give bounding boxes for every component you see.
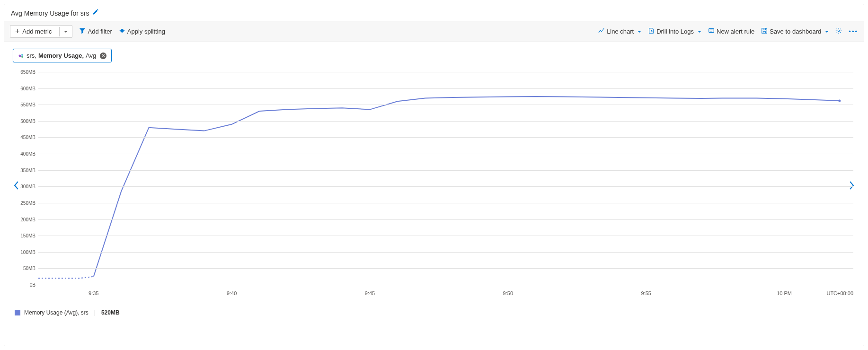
y-tick-label: 300MB <box>20 184 35 189</box>
plus-icon <box>15 28 19 35</box>
x-tick-label: 9:50 <box>503 290 513 296</box>
gridline <box>38 121 853 122</box>
alert-icon <box>708 27 715 35</box>
x-tick-label: 10 PM <box>777 290 792 296</box>
pill-scope: srs, <box>27 52 36 59</box>
x-tick-label: 9:45 <box>365 290 375 296</box>
chevron-down-icon <box>636 28 641 35</box>
y-tick-label: 250MB <box>20 200 35 205</box>
gridline <box>38 252 853 253</box>
y-tick-label: 350MB <box>20 167 35 173</box>
new-alert-label: New alert rule <box>717 28 754 35</box>
svg-point-1 <box>838 30 840 32</box>
chevron-down-icon <box>696 28 701 35</box>
pill-metric: Memory Usage, <box>38 52 84 59</box>
add-metric-label: Add metric <box>22 28 52 35</box>
toolbar: Add metric Add filter Apply splitting Li… <box>4 21 864 42</box>
metrics-panel: Avg Memory Usage for srs Add metric Add … <box>4 4 864 346</box>
gridline <box>38 186 853 187</box>
chart-type-button[interactable]: Line chart <box>598 27 641 35</box>
pill-remove-icon[interactable]: ✕ <box>100 52 106 59</box>
svg-point-4 <box>21 56 23 58</box>
metric-pill-row: srs, Memory Usage, Avg ✕ <box>4 42 864 62</box>
save-dashboard-label: Save to dashboard <box>770 28 821 35</box>
y-tick-label: 100MB <box>20 249 35 254</box>
chevron-down-icon <box>823 28 829 35</box>
toolbar-right: Line chart Drill into Logs New alert rul… <box>598 27 858 35</box>
gridline <box>38 268 853 269</box>
splitting-icon <box>119 27 125 35</box>
gridline <box>38 137 853 138</box>
timezone-label: UTC+08:00 <box>826 290 853 296</box>
settings-button[interactable] <box>835 27 842 35</box>
gridline <box>38 236 853 236</box>
gear-icon <box>835 27 842 35</box>
gridline <box>38 219 853 220</box>
series-last-point <box>838 99 841 102</box>
resource-icon <box>18 52 25 59</box>
add-filter-button[interactable]: Add filter <box>79 27 112 35</box>
y-tick-label: 50MB <box>23 266 35 271</box>
svg-point-2 <box>19 54 21 57</box>
gridline <box>38 88 853 89</box>
y-tick-label: 0B <box>30 282 35 288</box>
legend-value: 520MB <box>101 309 120 316</box>
ellipsis-icon: ••• <box>849 28 858 35</box>
gridline <box>38 203 853 203</box>
pill-aggregation: Avg <box>86 52 96 59</box>
gridline <box>38 154 853 154</box>
gridline <box>38 285 853 285</box>
panel-title-row: Avg Memory Usage for srs <box>4 4 864 21</box>
y-tick-label: 500MB <box>20 118 35 123</box>
gridline <box>38 170 853 171</box>
logs-icon <box>648 27 655 35</box>
y-tick-label: 450MB <box>20 135 35 140</box>
legend: Memory Usage (Avg), srs | 520MB <box>4 304 864 322</box>
panel-title: Avg Memory Usage for srs <box>11 9 89 17</box>
y-tick-label: 600MB <box>20 86 35 91</box>
save-icon <box>761 27 768 35</box>
y-tick-label: 650MB <box>20 70 35 75</box>
line-chart-icon <box>598 27 605 35</box>
legend-separator: | <box>94 309 96 316</box>
legend-swatch <box>15 310 20 315</box>
x-tick-label: 9:55 <box>641 290 651 296</box>
chart-area: 0B50MB100MB150MB200MB250MB300MB350MB400M… <box>15 72 853 299</box>
y-tick-label: 400MB <box>20 151 35 157</box>
edit-title-icon[interactable] <box>92 9 98 17</box>
apply-splitting-label: Apply splitting <box>127 28 165 35</box>
x-tick-label: 9:35 <box>89 290 98 296</box>
toolbar-left: Add metric Add filter Apply splitting <box>10 25 165 38</box>
y-tick-label: 550MB <box>20 102 35 107</box>
y-tick-label: 200MB <box>20 217 35 222</box>
svg-rect-0 <box>709 29 714 33</box>
plot-region <box>38 72 853 285</box>
svg-point-3 <box>21 54 23 56</box>
drill-logs-button[interactable]: Drill into Logs <box>648 27 701 35</box>
add-filter-label: Add filter <box>88 28 112 35</box>
save-dashboard-button[interactable]: Save to dashboard <box>761 27 829 35</box>
new-alert-button[interactable]: New alert rule <box>708 27 754 35</box>
gridline <box>38 72 853 72</box>
chart-type-label: Line chart <box>607 28 634 35</box>
add-metric-caret[interactable] <box>59 27 72 36</box>
drill-logs-label: Drill into Logs <box>656 28 694 35</box>
apply-splitting-button[interactable]: Apply splitting <box>119 27 165 35</box>
series-line-dashed <box>38 277 94 279</box>
metric-pill[interactable]: srs, Memory Usage, Avg ✕ <box>13 49 112 62</box>
filter-icon <box>79 27 86 35</box>
y-axis: 0B50MB100MB150MB200MB250MB300MB350MB400M… <box>15 72 38 285</box>
legend-label: Memory Usage (Avg), srs <box>24 309 89 316</box>
gridline <box>38 105 853 105</box>
more-button[interactable]: ••• <box>849 28 858 35</box>
y-tick-label: 150MB <box>20 233 35 238</box>
x-axis: UTC+08:00 9:359:409:459:509:5510 PM <box>38 289 853 299</box>
add-metric-button[interactable]: Add metric <box>10 25 72 38</box>
x-tick-label: 9:40 <box>227 290 237 296</box>
